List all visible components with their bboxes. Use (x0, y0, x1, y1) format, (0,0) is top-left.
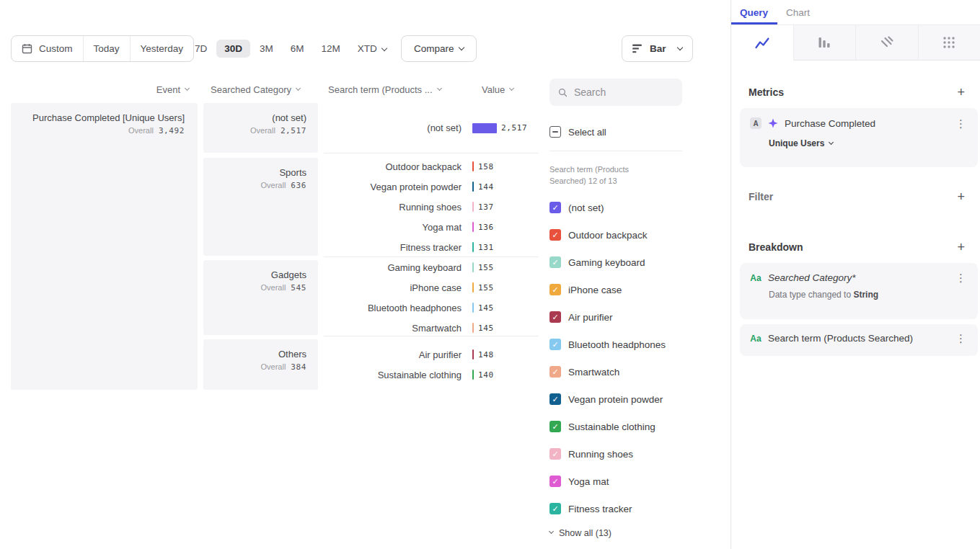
column-header-value[interactable]: Value (482, 84, 513, 95)
filter-option[interactable]: iPhone case (549, 276, 666, 303)
filter-option-label: Running shoes (568, 449, 633, 460)
value-bar[interactable] (472, 303, 474, 313)
value-bar[interactable] (472, 182, 474, 192)
search-term-label: Air purifier (324, 349, 462, 360)
tab-funnels[interactable] (793, 25, 856, 61)
filter-option[interactable]: Bluetooth headphones (549, 331, 666, 358)
checkbox-checked-icon[interactable] (549, 476, 561, 487)
query-panel: Query Chart Metrics + A (730, 0, 980, 549)
chart-type-button[interactable]: Bar (622, 35, 693, 62)
value-number: 137 (478, 202, 494, 212)
category-name: Gadgets (203, 269, 306, 280)
value-bar[interactable] (472, 242, 474, 252)
metric-letter-badge: A (750, 117, 762, 129)
tab-chart[interactable]: Chart (786, 7, 810, 18)
filter-option[interactable]: (not set) (549, 194, 666, 221)
filter-option-label: Bluetooth headphones (568, 339, 666, 350)
add-filter-button[interactable]: + (957, 190, 965, 203)
filter-option[interactable]: Running shoes (549, 440, 666, 468)
checkbox-checked-icon[interactable] (549, 393, 561, 405)
table-row: Yoga mat 136 (324, 217, 540, 237)
range-7d-button[interactable]: 7D (187, 40, 215, 58)
breakdown-name: Searched Category* (768, 272, 948, 283)
select-all-row[interactable]: Select all (549, 126, 606, 138)
search-input[interactable] (574, 86, 674, 98)
value-bar[interactable] (472, 202, 474, 212)
checkbox-checked-icon[interactable] (549, 503, 561, 514)
aggregation-dropdown[interactable]: Unique Users (769, 138, 968, 148)
checkbox-checked-icon[interactable] (549, 202, 561, 213)
value-number: 144 (478, 182, 494, 192)
value-bar[interactable] (472, 123, 497, 133)
value-bar[interactable] (472, 323, 474, 333)
checkbox-checked-icon[interactable] (549, 311, 561, 323)
filter-option[interactable]: Outdoor backpack (549, 221, 666, 249)
add-breakdown-button[interactable]: + (957, 241, 965, 254)
value-bar[interactable] (472, 282, 474, 293)
custom-date-button[interactable]: Custom (12, 36, 84, 61)
horizontal-bars-icon (632, 44, 643, 53)
filter-option[interactable]: Sustainable clothing (549, 413, 666, 440)
range-12m-button[interactable]: 12M (314, 40, 348, 58)
event-header-label: Event (156, 84, 180, 95)
table-row: Smartwatch 145 (324, 318, 540, 338)
checkbox-checked-icon[interactable] (549, 339, 561, 350)
show-all-button[interactable]: Show all (13) (549, 528, 612, 538)
checkbox-checked-icon[interactable] (549, 421, 561, 432)
overall-label: Overall (128, 126, 154, 135)
breakdown-card[interactable]: Aa Searched Category* ⋮ Data type change… (740, 263, 978, 319)
xtd-label: XTD (358, 43, 377, 54)
checkbox-checked-icon[interactable] (549, 284, 561, 295)
column-header-category[interactable]: Searched Category (211, 84, 300, 95)
string-type-icon: Aa (750, 334, 762, 344)
row-group: (not set) 2,517 (324, 103, 540, 153)
checkbox-checked-icon[interactable] (549, 448, 561, 460)
chevron-down-icon (381, 45, 387, 51)
active-tab-underline (731, 22, 777, 24)
breakdown-card[interactable]: Aa Search term (Products Searched) ⋮ (740, 324, 978, 356)
filter-option[interactable]: Fitness tracker (549, 495, 666, 522)
breakdown-section-header: Breakdown + (749, 241, 965, 254)
compare-button[interactable]: Compare (401, 35, 477, 62)
filter-option[interactable]: Vegan protein powder (549, 385, 666, 413)
overall-value: 3,492 (159, 126, 185, 135)
breakdown-note: Data type changed to String (769, 290, 968, 300)
range-6m-button[interactable]: 6M (283, 40, 312, 58)
value-bar[interactable] (472, 161, 474, 171)
category-cell: Gadgets Overall545 (203, 260, 318, 335)
add-metric-button[interactable]: + (957, 86, 965, 99)
yesterday-button[interactable]: Yesterday (131, 36, 194, 61)
tab-retention[interactable] (855, 25, 918, 61)
value-bar[interactable] (472, 262, 474, 272)
breakdown-menu-button[interactable]: ⋮ (954, 333, 968, 344)
range-xtd-button[interactable]: XTD (350, 40, 394, 58)
today-button[interactable]: Today (84, 36, 131, 61)
checkbox-checked-icon[interactable] (549, 366, 561, 378)
value-bar[interactable] (472, 349, 474, 360)
column-header-term[interactable]: Search term (Products ... (328, 84, 441, 95)
filter-option[interactable]: Smartwatch (549, 358, 666, 385)
filter-option-label: Yoga mat (568, 476, 609, 487)
range-30d-button[interactable]: 30D (216, 40, 250, 58)
range-3m-button[interactable]: 3M (252, 40, 281, 58)
tab-query[interactable]: Query (740, 7, 768, 18)
tab-insights[interactable] (731, 25, 793, 61)
table-row: (not set) 2,517 (324, 118, 540, 138)
value-number: 136 (478, 223, 494, 232)
report-type-tabs (731, 24, 980, 61)
filter-option[interactable]: Gaming keyboard (549, 249, 666, 276)
value-bar[interactable] (472, 222, 474, 232)
filter-option-label: Air purifier (568, 312, 613, 323)
tab-flows[interactable] (918, 25, 980, 61)
checkbox-checked-icon[interactable] (549, 256, 561, 268)
metric-card[interactable]: A Purchase Completed ⋮ Unique Users (740, 108, 978, 167)
search-term-label: Bluetooth headphones (324, 303, 462, 313)
select-all-checkbox[interactable] (549, 126, 561, 138)
column-header-event[interactable]: Event (11, 84, 189, 95)
checkbox-checked-icon[interactable] (549, 229, 561, 241)
filter-option[interactable]: Air purifier (549, 303, 666, 331)
value-bar[interactable] (472, 370, 474, 380)
metric-menu-button[interactable]: ⋮ (954, 118, 968, 129)
filter-option[interactable]: Yoga mat (549, 468, 666, 495)
breakdown-menu-button[interactable]: ⋮ (954, 272, 968, 283)
